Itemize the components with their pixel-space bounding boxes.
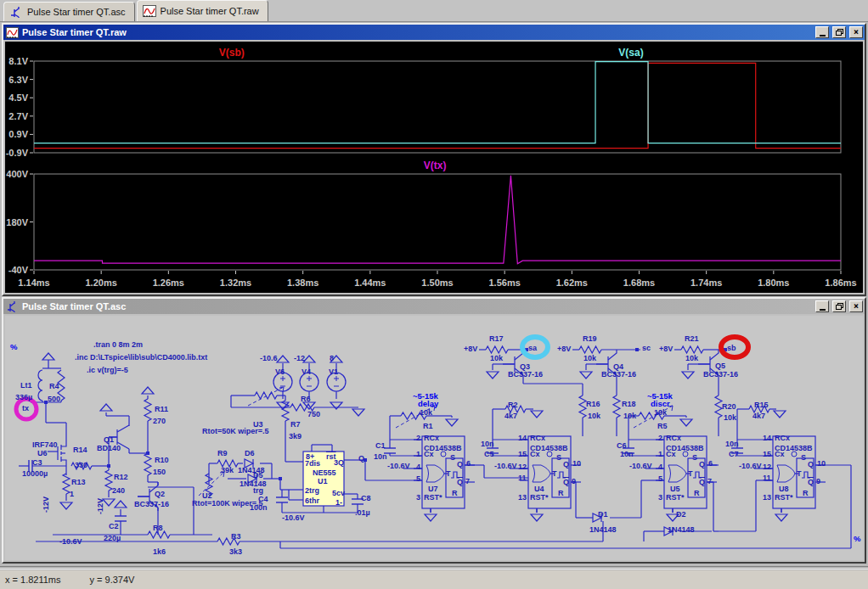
waveform-plot[interactable]: 8.1V6.3V4.5V2.7V0.9V-0.9VV(sb)V(sa)400V1… [5, 42, 863, 293]
schematic-titlebar[interactable]: Pulse Star timer QT.asc × [3, 299, 865, 314]
tab-schematic-label: Pulse Star timer QT.asc [27, 7, 126, 17]
schematic-label: D1 [598, 511, 608, 519]
svg-text:-40V: -40V [8, 265, 29, 275]
schematic-label: R10 [155, 457, 169, 464]
restore-button[interactable] [832, 26, 846, 38]
schematic-label: C3 [32, 459, 42, 467]
tab-schematic[interactable]: Pulse Star timer QT.asc [3, 2, 135, 21]
schematic-label: S [801, 454, 806, 462]
schematic-label: 2trg [305, 487, 319, 495]
schematic-label: R1 [423, 423, 433, 430]
svg-text:6.3V: 6.3V [8, 75, 28, 85]
schematic-label: .01µ [355, 509, 370, 517]
schematic-label: 1 [70, 491, 74, 498]
schematic-label: U7 [428, 485, 438, 493]
waveform-window-icon [6, 27, 19, 38]
schematic-label: 240 [112, 487, 125, 495]
schematic-label: V6 [275, 368, 285, 376]
minimize-button[interactable] [815, 300, 829, 312]
schematic-label: -12V [42, 496, 50, 513]
schematic-label: 7 [465, 478, 470, 485]
schematic-label: T [446, 470, 451, 478]
svg-text:1.50ms: 1.50ms [421, 278, 453, 288]
schematic-label: % [854, 535, 860, 542]
schematic-label: Q [563, 479, 569, 486]
schematic-label: 500 [48, 395, 60, 403]
schematic-label: Q2 [155, 491, 165, 498]
schematic-label: 14 [763, 435, 771, 442]
schematic-label: 6 [708, 460, 713, 468]
schematic-label: RST* [666, 494, 685, 502]
waveform-titlebar[interactable]: Pulse Star timer QT.raw × [3, 25, 865, 40]
schematic-label: R21 [685, 335, 699, 343]
schematic-label: U4 [534, 485, 544, 493]
schematic-label: 10n [374, 453, 387, 461]
schematic-label: C1 [375, 442, 386, 450]
schematic-label: 10k [724, 414, 736, 422]
schematic-label: Q [699, 479, 705, 486]
schematic-label: S [556, 454, 561, 462]
schematic-label: BD140 [97, 445, 121, 452]
svg-text:8.1V: 8.1V [8, 56, 28, 66]
schematic-label: 4k7 [752, 412, 765, 420]
schematic-label: 1k6 [153, 548, 166, 556]
schematic-label: .tran 0 8m 2m [93, 341, 143, 349]
schematic-label: -12V [97, 498, 104, 514]
schematic-label: T [797, 470, 802, 478]
schematic-label: 336µ [15, 394, 32, 401]
schematic-label: RCx [530, 435, 545, 442]
minimize-button[interactable] [815, 26, 829, 38]
svg-text:1.44ms: 1.44ms [354, 278, 386, 288]
schematic-window: Pulse Star timer QT.asc × %%.tran 0 8m 2… [2, 297, 866, 564]
schematic-label: 10k [583, 355, 596, 362]
schematic-label: Cx [530, 451, 540, 458]
schematic-label: BC337-16 [703, 371, 738, 379]
schematic-label: R9 [217, 450, 228, 457]
schematic-label: 39k [221, 467, 234, 474]
schematic-label: 7dis [305, 460, 320, 468]
svg-text:1.80ms: 1.80ms [758, 278, 789, 288]
schematic-label: 3k3 [229, 548, 242, 556]
schematic-label: % [10, 343, 17, 351]
schematic-label: 2 [416, 435, 420, 442]
schematic-window-icon [6, 301, 19, 312]
schematic-label: BC337-16 [134, 501, 169, 508]
schematic-label: 10n [725, 440, 739, 448]
schematic-label: 15 [518, 451, 527, 458]
schematic-drawing: %%.tran 0 8m 2m.inc D:\LTspice\lib\sub\C… [8, 321, 863, 560]
schematic-label: R13 [71, 479, 86, 486]
schematic-canvas[interactable]: %%.tran 0 8m 2m.inc D:\LTspice\lib\sub\C… [5, 316, 863, 560]
svg-text:0.9V: 0.9V [8, 129, 28, 139]
schematic-label: R [452, 490, 458, 497]
schematic-label: R2 [508, 401, 518, 409]
schematic-label: 9 [572, 478, 576, 485]
schematic-label: 10k [490, 355, 503, 362]
schematic-label: 1 [416, 451, 420, 458]
schematic-label: R20 [722, 403, 736, 411]
svg-text:1.38ms: 1.38ms [287, 278, 318, 288]
waveform-plot-area[interactable]: 8.1V6.3V4.5V2.7V0.9V-0.9VV(sb)V(sa)400V1… [5, 42, 863, 293]
schematic-label: R [558, 490, 564, 497]
close-button[interactable]: × [849, 26, 863, 38]
schematic-label: 10n [620, 451, 634, 458]
schematic-label: Q [699, 461, 705, 468]
schematic-label: R15 [754, 401, 769, 409]
tab-waveform[interactable]: Pulse Star timer QT.raw [137, 0, 268, 21]
schematic-label: Rtot=50K wiper=.5 [202, 428, 269, 435]
close-button[interactable]: × [849, 300, 863, 312]
schematic-label: 4k7 [504, 412, 517, 420]
svg-text:1.74ms: 1.74ms [690, 278, 722, 288]
schematic-label: 9 [816, 478, 820, 485]
schematic-window-title: Pulse Star timer QT.asc [22, 301, 812, 311]
restore-button[interactable] [832, 300, 846, 312]
svg-text:1.32ms: 1.32ms [220, 278, 251, 288]
svg-text:V(sa): V(sa) [618, 47, 643, 59]
tab-waveform-label: Pulse Star timer QT.raw [161, 6, 259, 16]
schematic-label: 10k [654, 409, 667, 417]
schematic-label: sc [642, 345, 651, 352]
schematic-label: sa [528, 345, 537, 352]
schematic-label: U5 [670, 485, 680, 493]
schematic-label: R7 [290, 421, 301, 429]
schematic-label: R3 [231, 533, 241, 541]
tab-bar: Pulse Star timer QT.asc Pulse Star timer… [0, 0, 868, 22]
